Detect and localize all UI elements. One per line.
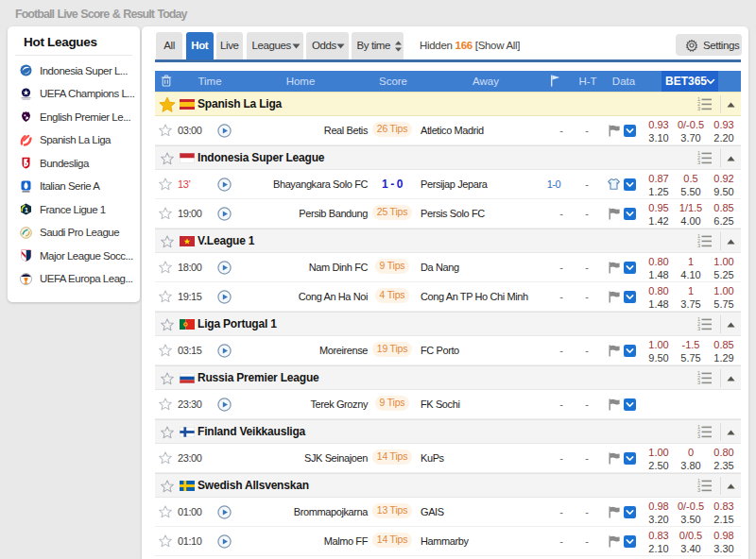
svg-text:3: 3 — [697, 243, 700, 248]
svg-text:3: 3 — [697, 380, 700, 385]
svg-text:3: 3 — [697, 160, 700, 165]
svg-text:3: 3 — [697, 433, 700, 439]
svg-text:3: 3 — [697, 487, 700, 493]
svg-text:1: 1 — [25, 207, 28, 213]
svg-text:3: 3 — [697, 106, 700, 111]
svg-text:3: 3 — [697, 326, 700, 331]
